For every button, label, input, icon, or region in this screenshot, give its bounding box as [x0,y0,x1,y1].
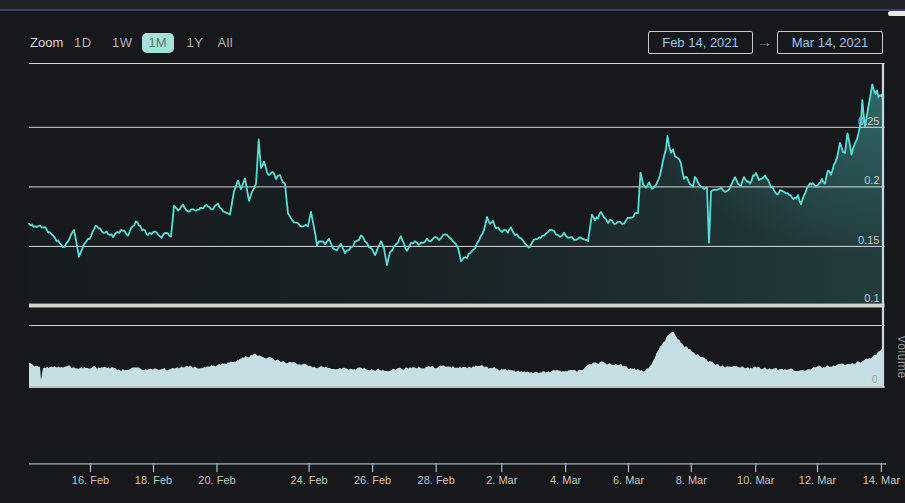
svg-text:24. Feb: 24. Feb [290,474,327,486]
svg-text:8. Mar: 8. Mar [676,474,708,486]
svg-text:0.2: 0.2 [864,174,879,186]
svg-text:28. Feb: 28. Feb [418,474,455,486]
svg-text:4. Mar: 4. Mar [550,474,582,486]
svg-text:0.15: 0.15 [858,234,879,246]
svg-text:18. Feb: 18. Feb [135,474,172,486]
svg-text:10. Mar: 10. Mar [737,474,775,486]
svg-text:6. Mar: 6. Mar [613,474,645,486]
svg-text:0: 0 [872,373,878,385]
svg-text:0.1: 0.1 [864,292,879,304]
svg-text:26. Feb: 26. Feb [354,474,391,486]
svg-text:Volume: Volume [895,335,905,379]
svg-text:16. Feb: 16. Feb [72,474,109,486]
svg-text:12. Mar: 12. Mar [799,474,837,486]
svg-text:20. Feb: 20. Feb [198,474,235,486]
svg-text:14. Mar: 14. Mar [863,474,901,486]
svg-text:2. Mar: 2. Mar [486,474,518,486]
